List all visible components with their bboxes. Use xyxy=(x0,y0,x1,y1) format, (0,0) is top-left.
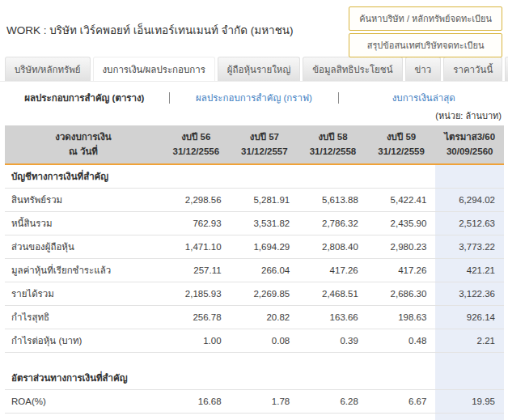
row-value: 2,686.30 xyxy=(367,282,436,305)
row-value: 5,422.41 xyxy=(367,189,436,211)
row-value: 2,435.90 xyxy=(367,212,436,235)
header-fy59-year: งบปี 59 xyxy=(367,130,436,145)
row-value xyxy=(367,353,436,367)
unit-note: (หน่วย: ล้านบาท) xyxy=(0,108,508,123)
tab-news[interactable]: ข่าว xyxy=(405,57,442,81)
row-value: 417.26 xyxy=(298,259,367,282)
row-value-latest xyxy=(435,367,504,389)
table-row: กำไรสุทธิ256.7820.82163.66198.63926.14 xyxy=(5,306,504,329)
header-q3-60: ไตรมาส3/60 30/09/2560 xyxy=(435,125,504,163)
row-value-latest xyxy=(435,165,504,188)
table-row: กำไรต่อหุ้น (บาท)1.000.080.390.482.21 xyxy=(5,329,504,353)
row-value xyxy=(231,353,299,367)
search-company-button[interactable]: ค้นหาบริษัท / หลักทรัพย์จดทะเบียน xyxy=(349,6,502,31)
row-value-latest: 25.18 xyxy=(435,414,504,420)
row-value: 0.48 xyxy=(367,329,436,352)
row-label: ROE(%) xyxy=(5,414,162,420)
row-value: 1.78 xyxy=(231,390,299,413)
row-value xyxy=(298,367,367,389)
page-title: WORK : บริษัท เวิร์คพอยท์ เอ็นเทอร์เทนเม… xyxy=(6,21,294,39)
row-value: 3,531.82 xyxy=(231,212,299,235)
row-value: 163.66 xyxy=(298,306,367,329)
row-value: 6.67 xyxy=(367,390,436,413)
header-fy56-year: งบปี 56 xyxy=(162,130,231,145)
row-value: 417.26 xyxy=(367,259,436,282)
row-value: 2,980.23 xyxy=(367,235,436,258)
table-row: ROE(%)18.151.327.276.8625.18 xyxy=(5,414,504,420)
subtab-highlights-graph[interactable]: ผลประกอบการสำคัญ (กราฟ) xyxy=(170,91,339,105)
header-fy58: งบปี 58 31/12/2558 xyxy=(298,125,367,163)
row-value xyxy=(367,165,436,188)
tab-major-shareholders[interactable]: ผู้ถือหุ้นรายใหญ่ xyxy=(218,57,300,81)
sub-tab-bar: ผลประกอบการสำคัญ (ตาราง) ผลประกอบการสำคั… xyxy=(0,91,508,105)
tab-historical-price[interactable]: ราคาย้อนหลัง xyxy=(505,57,508,81)
tab-financials[interactable]: งบการเงิน/ผลประกอบการ xyxy=(93,57,215,81)
row-value xyxy=(162,165,231,188)
row-value: 1,471.10 xyxy=(162,235,231,258)
header-fy59-date: 31/12/2559 xyxy=(367,145,436,159)
row-value xyxy=(231,367,299,389)
row-value: 257.11 xyxy=(162,259,231,282)
row-value: 0.08 xyxy=(231,329,299,352)
row-label: รายได้รวม xyxy=(5,282,162,305)
row-value: 5,281.91 xyxy=(231,189,299,211)
header-q3-60-date: 30/09/2560 xyxy=(435,145,504,159)
row-label: ROA(%) xyxy=(5,390,162,413)
row-value-latest: 2.21 xyxy=(435,329,504,352)
header-actions: ค้นหาบริษัท / หลักทรัพย์จดทะเบียน สรุปข้… xyxy=(349,6,502,57)
financial-table: งวดงบการเงิน ณ วันที่ งบปี 56 31/12/2556… xyxy=(5,125,504,420)
tab-rights-benefits[interactable]: ข้อมูลสิทธิประโยชน์ xyxy=(303,57,402,81)
subtab-highlights-table[interactable]: ผลประกอบการสำคัญ (ตาราง) xyxy=(0,91,169,105)
table-row: ส่วนของผู้ถือหุ้น1,471.101,694.292,808.4… xyxy=(5,235,504,259)
row-label: กำไรต่อหุ้น (บาท) xyxy=(5,329,162,352)
header-fy56: งบปี 56 31/12/2556 xyxy=(162,125,231,163)
section-header-row: อัตราส่วนทางการเงินที่สำคัญ xyxy=(5,367,504,390)
row-value: 1.32 xyxy=(231,414,299,420)
row-value: 2,468.51 xyxy=(298,282,367,305)
table-row: สินทรัพย์รวม2,298.565,281.915,613.885,42… xyxy=(5,189,504,212)
table-body: บัญชีทางการเงินที่สำคัญสินทรัพย์รวม2,298… xyxy=(5,165,504,420)
row-value: 1,694.29 xyxy=(231,235,299,258)
header-q3-60-period: ไตรมาส3/60 xyxy=(435,130,504,145)
row-label: หนี้สินรวม xyxy=(5,212,162,235)
row-value xyxy=(367,367,436,389)
row-label: สินทรัพย์รวม xyxy=(5,189,162,211)
row-value xyxy=(162,353,231,367)
row-value: 762.93 xyxy=(162,212,231,235)
row-label: ส่วนของผู้ถือหุ้น xyxy=(5,235,162,258)
subtab-latest-financials[interactable]: งบการเงินล่าสุด xyxy=(339,91,508,105)
table-row: มูลค่าหุ้นที่เรียกชำระแล้ว257.11266.0441… xyxy=(5,259,504,282)
row-value xyxy=(298,165,367,188)
row-value-latest: 19.95 xyxy=(435,390,504,413)
company-summary-button[interactable]: สรุปข้อสนเทศบริษัทจดทะเบียน xyxy=(349,33,502,57)
row-value: 6.28 xyxy=(298,390,367,413)
row-value xyxy=(298,353,367,367)
row-value-latest: 3,773.22 xyxy=(435,235,504,258)
section-header-row: บัญชีทางการเงินที่สำคัญ xyxy=(5,165,504,189)
header-period-line1: งวดงบการเงิน xyxy=(5,130,162,145)
row-value: 20.82 xyxy=(231,306,299,329)
spacer-row xyxy=(5,353,504,367)
row-value: 16.68 xyxy=(162,390,231,413)
row-value: 266.04 xyxy=(231,259,299,282)
row-value: 6.86 xyxy=(367,414,436,420)
row-value-latest: 926.14 xyxy=(435,306,504,329)
row-label: บัญชีทางการเงินที่สำคัญ xyxy=(5,165,162,188)
tab-price-today[interactable]: ราคาวันนี้ xyxy=(443,57,502,81)
page-header: WORK : บริษัท เวิร์คพอยท์ เอ็นเทอร์เทนเม… xyxy=(0,0,508,60)
row-value: 0.39 xyxy=(298,329,367,352)
row-value xyxy=(162,367,231,389)
header-period-label: งวดงบการเงิน ณ วันที่ xyxy=(5,125,162,163)
row-value: 198.63 xyxy=(367,306,436,329)
tab-company-security[interactable]: บริษัท/หลักทรัพย์ xyxy=(5,57,91,81)
row-value: 18.15 xyxy=(162,414,231,420)
row-value: 2,185.93 xyxy=(162,282,231,305)
row-value: 2,786.32 xyxy=(298,212,367,235)
row-value: 2,298.56 xyxy=(162,189,231,211)
row-value: 7.27 xyxy=(298,414,367,420)
header-fy58-year: งบปี 58 xyxy=(298,130,367,145)
header-fy57-year: งบปี 57 xyxy=(231,130,299,145)
row-value-latest: 6,294.02 xyxy=(435,189,504,211)
row-value-latest xyxy=(435,353,504,367)
row-value: 5,613.88 xyxy=(298,189,367,211)
